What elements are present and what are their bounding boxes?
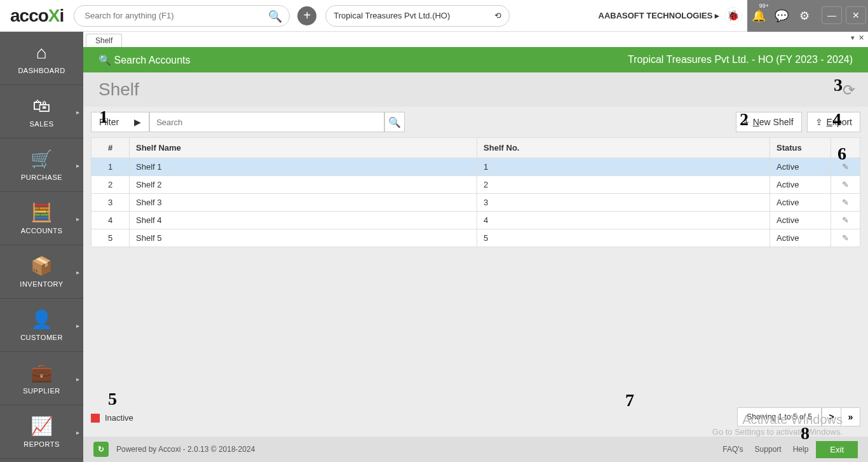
org-label[interactable]: AABASOFT TECHNOLOGIES ▸ (599, 11, 719, 20)
edit-icon[interactable]: ✎ (831, 229, 860, 247)
help-link[interactable]: Help (793, 445, 809, 454)
toolbar: Filter ▶ 🔍 + New Shelf ⇪ Export (83, 107, 868, 137)
sidebar: ⌂ DASHBOARD 🛍 SALES ▸ 🛒 PURCHASE ▸ 🧮 ACC… (0, 32, 83, 462)
app-indicator[interactable]: 🐞 (724, 7, 742, 25)
powered-by: Powered by Accoxi - 2.0.13 © 2018-2024 (116, 445, 255, 454)
tab-close-icon[interactable]: ✕ (858, 34, 864, 42)
edit-icon[interactable]: ✎ (831, 158, 860, 176)
cell-name: Shelf 2 (130, 176, 477, 194)
search-icon[interactable]: 🔍 (268, 10, 282, 24)
close-button[interactable]: ✕ (846, 6, 866, 24)
cell-name: Shelf 5 (130, 229, 477, 247)
global-search[interactable]: 🔍 (74, 5, 290, 27)
col-edit (831, 138, 860, 158)
table-row[interactable]: 2Shelf 22Active✎ (92, 176, 860, 194)
sidebar-item-reports[interactable]: 📈 REPORTS ▸ (0, 405, 83, 459)
cell-num: 4 (92, 212, 130, 229)
add-button[interactable]: + (297, 6, 316, 25)
cell-num: 5 (92, 229, 130, 247)
sidebar-item-sales[interactable]: 🛍 SALES ▸ (0, 85, 83, 139)
pager: Showing 1 to 5 of 5 > » (737, 407, 860, 426)
sidebar-item-label: ACCOUNTS (21, 227, 63, 234)
sidebar-item-purchase[interactable]: 🛒 PURCHASE ▸ (0, 139, 83, 192)
faq-link[interactable]: FAQ's (722, 445, 743, 454)
cell-status: Active (770, 176, 831, 194)
edit-icon[interactable]: ✎ (831, 212, 860, 229)
support-link[interactable]: Support (755, 445, 782, 454)
sync-icon[interactable]: ⟲ (494, 11, 501, 20)
tab-strip: Shelf ▾ ✕ (83, 32, 868, 47)
sidebar-item-label: PURCHASE (21, 173, 62, 181)
export-button[interactable]: ⇪ Export (807, 112, 860, 132)
cell-name: Shelf 3 (130, 194, 477, 212)
sidebar-item-customer[interactable]: 👤 CUSTOMER ▸ (0, 299, 83, 352)
col-num[interactable]: # (92, 138, 130, 158)
sidebar-item-label: CUSTOMER (20, 334, 63, 341)
refresh-icon[interactable]: ⟳ (843, 81, 855, 99)
minimize-button[interactable]: — (822, 6, 842, 24)
chevron-right-icon: ▸ (76, 161, 80, 168)
play-icon: ▶ (134, 117, 141, 127)
company-selector[interactable]: Tropical Treasures Pvt Ltd.(HO) ⟲ (325, 5, 510, 27)
tab-shelf[interactable]: Shelf (86, 34, 122, 47)
sidebar-item-accounts[interactable]: 🧮 ACCOUNTS ▸ (0, 192, 83, 245)
footer-logo: ↻ (93, 442, 109, 457)
exit-button[interactable]: Exit (816, 441, 858, 458)
cell-num: 3 (92, 194, 130, 212)
box-icon: 📦 (31, 255, 53, 276)
chevron-right-icon: ▸ (76, 375, 80, 382)
pager-info: Showing 1 to 5 of 5 (738, 408, 822, 426)
sidebar-item-inventory[interactable]: 📦 INVENTORY ▸ (0, 245, 83, 299)
cell-name: Shelf 4 (130, 212, 477, 229)
sidebar-item-supplier[interactable]: 💼 SUPPLIER ▸ (0, 352, 83, 405)
cell-no: 3 (477, 194, 770, 212)
sidebar-item-label: SUPPLIER (23, 387, 60, 395)
chevron-right-icon: ▸ (76, 428, 80, 435)
notifications-icon[interactable]: 🔔99+ (747, 0, 770, 32)
top-bar: accoXi 🔍 + Tropical Treasures Pvt Ltd.(H… (0, 0, 868, 32)
edit-icon[interactable]: ✎ (831, 194, 860, 212)
global-search-input[interactable] (74, 5, 290, 27)
sidebar-item-label: SALES (30, 120, 54, 128)
calculator-icon: 🧮 (31, 202, 53, 223)
plus-icon: + (744, 117, 749, 127)
chevron-right-icon: ▸ (76, 322, 80, 329)
cell-name: Shelf 1 (130, 158, 477, 176)
search-box[interactable] (149, 112, 384, 132)
col-name[interactable]: Shelf Name (130, 138, 477, 158)
chart-icon: 📈 (31, 416, 53, 437)
cell-status: Active (770, 194, 831, 212)
table-row[interactable]: 4Shelf 44Active✎ (92, 212, 860, 229)
top-tray: 🔔99+ 💬 ⚙ — ✕ (747, 0, 868, 32)
pager-last[interactable]: » (841, 408, 860, 426)
cart-icon: 🛒 (31, 149, 53, 170)
sidebar-item-dashboard[interactable]: ⌂ DASHBOARD (0, 32, 83, 85)
edit-icon[interactable]: ✎ (831, 176, 860, 194)
filter-button[interactable]: Filter ▶ (91, 112, 149, 132)
search-input[interactable] (150, 118, 384, 127)
new-shelf-button[interactable]: + New Shelf (736, 112, 802, 132)
col-status[interactable]: Status (770, 138, 831, 158)
table-row[interactable]: 3Shelf 33Active✎ (92, 194, 860, 212)
context-bar: 🔍 Search Accounts Tropical Treasures Pvt… (83, 47, 868, 72)
search-accounts-button[interactable]: 🔍 Search Accounts (98, 54, 191, 66)
settings-icon[interactable]: ⚙ (793, 0, 816, 32)
table-row[interactable]: 5Shelf 55Active✎ (92, 229, 860, 247)
export-icon: ⇪ (815, 117, 823, 127)
sidebar-item-label: REPORTS (24, 440, 59, 448)
pager-next[interactable]: > (822, 408, 841, 426)
shelf-table: # Shelf Name Shelf No. Status 1Shelf 11A… (91, 137, 860, 247)
col-no[interactable]: Shelf No. (477, 138, 770, 158)
page-header: Shelf ⟳ (83, 72, 868, 107)
cell-no: 1 (477, 158, 770, 176)
cell-status: Active (770, 158, 831, 176)
tab-menu-icon[interactable]: ▾ (851, 34, 855, 42)
sidebar-item-label: INVENTORY (20, 280, 63, 288)
briefcase-icon: 💼 (31, 362, 53, 383)
app-logo: accoXi (5, 6, 69, 26)
chat-icon[interactable]: 💬 (770, 0, 793, 32)
page-title: Shelf (98, 79, 139, 100)
cell-no: 2 (477, 176, 770, 194)
search-button[interactable]: 🔍 (384, 112, 405, 132)
table-row[interactable]: 1Shelf 11Active✎ (92, 158, 860, 176)
